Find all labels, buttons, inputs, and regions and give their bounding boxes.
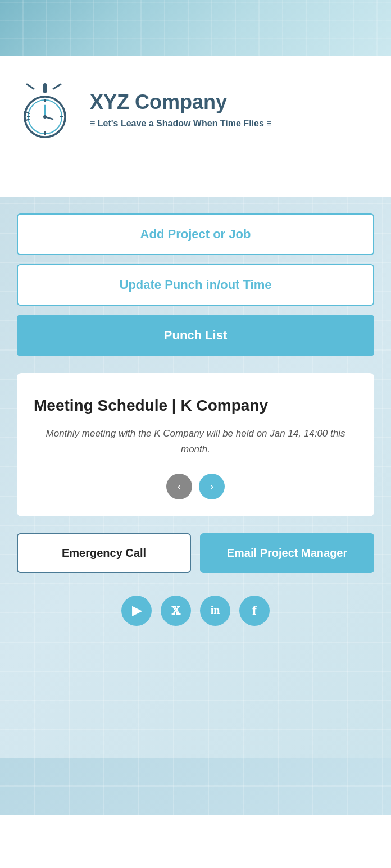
- meeting-card: Meeting Schedule | K Company Monthly mee…: [17, 373, 374, 516]
- svg-line-1: [53, 84, 61, 89]
- meeting-description: Monthly meeting with the K Company will …: [34, 426, 357, 456]
- company-logo-icon: [17, 79, 79, 140]
- header-spacer: [0, 163, 391, 197]
- email-project-manager-button[interactable]: Email Project Manager: [200, 533, 374, 573]
- company-name: XYZ Company: [90, 90, 272, 114]
- social-icons-row: ▶ 𝕏 in f: [17, 596, 374, 626]
- next-arrow-button[interactable]: ›: [199, 474, 225, 499]
- logo-section: XYZ Company ≡ Let's Leave a Shadow When …: [0, 56, 391, 163]
- youtube-icon[interactable]: ▶: [121, 596, 152, 626]
- twitter-x-icon[interactable]: 𝕏: [161, 596, 191, 626]
- meeting-title: Meeting Schedule | K Company: [34, 396, 357, 416]
- update-punch-button[interactable]: Update Punch in/out Time: [17, 264, 374, 306]
- add-project-button[interactable]: Add Project or Job: [17, 213, 374, 255]
- emergency-call-button[interactable]: Emergency Call: [17, 533, 191, 573]
- carousel-nav: ‹ ›: [34, 474, 357, 499]
- svg-rect-2: [43, 83, 47, 93]
- svg-line-0: [27, 84, 34, 89]
- svg-point-9: [43, 115, 47, 119]
- action-buttons-row: Emergency Call Email Project Manager: [17, 533, 374, 573]
- footer-area: [0, 758, 391, 815]
- main-content: Add Project or Job Update Punch in/out T…: [0, 197, 391, 758]
- prev-arrow-button[interactable]: ‹: [166, 474, 192, 499]
- linkedin-icon[interactable]: in: [200, 596, 230, 626]
- company-tagline: ≡ Let's Leave a Shadow When Time Flies ≡: [90, 119, 272, 129]
- logo-text-block: XYZ Company ≡ Let's Leave a Shadow When …: [90, 90, 272, 129]
- hero-image: [0, 0, 391, 56]
- punch-list-button[interactable]: Punch List: [17, 315, 374, 356]
- facebook-icon[interactable]: f: [239, 596, 270, 626]
